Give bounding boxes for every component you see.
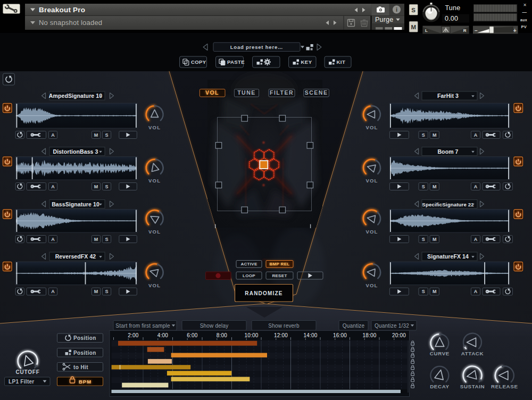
svg-text:18:00: 18:00 <box>362 332 376 338</box>
svg-text:VOL: VOL <box>148 178 161 184</box>
svg-text:RELEASE: RELEASE <box>491 384 518 389</box>
svg-text:VOL: VOL <box>148 282 161 288</box>
svg-text:Boom 7: Boom 7 <box>437 148 458 155</box>
svg-text:S: S <box>422 289 425 294</box>
svg-text:KEY: KEY <box>301 59 312 65</box>
svg-text:CUTOFF: CUTOFF <box>15 369 39 375</box>
svg-text:S: S <box>105 132 108 138</box>
svg-text:BassSignature 10: BassSignature 10 <box>52 201 99 207</box>
svg-text:No snapshot loaded: No snapshot loaded <box>39 19 102 27</box>
svg-text:A: A <box>474 132 478 138</box>
svg-text:ReversedFX 42: ReversedFX 42 <box>55 253 96 260</box>
svg-text:BMP REL: BMP REL <box>270 262 290 266</box>
svg-text:VOL: VOL <box>205 89 219 96</box>
svg-text:ACTIVE: ACTIVE <box>240 262 257 266</box>
svg-text:Show reverb: Show reverb <box>268 323 300 329</box>
svg-text:to Hit: to Hit <box>73 364 88 370</box>
svg-text:M: M <box>94 132 98 138</box>
svg-text:2:00: 2:00 <box>128 332 139 338</box>
svg-text:A: A <box>474 237 478 242</box>
svg-text:10:00: 10:00 <box>244 332 258 338</box>
svg-text:VOL: VOL <box>365 282 378 288</box>
svg-text:VOL: VOL <box>365 178 378 184</box>
svg-text:SCENE: SCENE <box>305 89 328 96</box>
svg-text:TUNE: TUNE <box>237 89 256 96</box>
svg-text:LP1 Filter: LP1 Filter <box>9 379 35 385</box>
svg-text:VOL: VOL <box>365 229 378 235</box>
svg-text:CURVE: CURVE <box>430 351 450 356</box>
svg-text:AmpedSignature 10: AmpedSignature 10 <box>49 93 102 99</box>
svg-text:Tune: Tune <box>445 4 461 12</box>
svg-text:20:00: 20:00 <box>392 332 406 338</box>
svg-text:A: A <box>51 184 55 189</box>
svg-text:M: M <box>433 289 437 294</box>
svg-text:DECAY: DECAY <box>430 384 449 389</box>
svg-text:KIT: KIT <box>337 59 346 65</box>
svg-text:M: M <box>433 184 437 189</box>
svg-text:A: A <box>51 289 55 294</box>
svg-text:M: M <box>94 237 98 242</box>
svg-text:4:00: 4:00 <box>157 332 169 338</box>
svg-text:R: R <box>463 28 467 33</box>
svg-text:M: M <box>433 132 437 138</box>
svg-text:Start from first sample: Start from first sample <box>115 323 170 329</box>
svg-text:LOOP: LOOP <box>243 273 255 278</box>
svg-text:COPY: COPY <box>191 59 206 65</box>
svg-text:Position: Position <box>73 335 96 341</box>
svg-text:Quantize 1/32: Quantize 1/32 <box>375 323 409 329</box>
svg-text:M: M <box>411 24 416 30</box>
svg-text:Purge: Purge <box>375 16 393 23</box>
svg-text:Breakout Pro: Breakout Pro <box>39 6 85 14</box>
svg-text:—: — <box>522 10 527 15</box>
svg-text:FarHit 3: FarHit 3 <box>437 93 459 99</box>
svg-text:12:00: 12:00 <box>274 332 288 338</box>
svg-text:S: S <box>105 184 108 189</box>
svg-text:VOL: VOL <box>148 124 161 130</box>
svg-text:aux: aux <box>520 18 527 22</box>
svg-text:DistortionBass 3: DistortionBass 3 <box>53 148 98 155</box>
svg-text:Quantize: Quantize <box>343 323 365 329</box>
svg-text:RESET: RESET <box>272 273 287 278</box>
svg-text:FILTER: FILTER <box>270 89 294 96</box>
svg-text:14:00: 14:00 <box>303 332 317 338</box>
svg-text:S: S <box>105 289 108 294</box>
svg-text:✕: ✕ <box>523 3 527 7</box>
svg-text:+: + <box>513 28 517 34</box>
svg-text:S: S <box>422 184 425 189</box>
svg-text:Load preset here…: Load preset here… <box>230 44 284 50</box>
svg-text:S: S <box>411 7 415 13</box>
svg-text:VOL: VOL <box>148 229 161 235</box>
svg-text:A: A <box>474 184 478 189</box>
svg-text:8:00: 8:00 <box>217 332 228 338</box>
svg-text:S: S <box>422 237 425 242</box>
svg-text:SUSTAIN: SUSTAIN <box>460 384 485 389</box>
svg-text:0.00: 0.00 <box>445 15 458 22</box>
svg-text:ATTACK: ATTACK <box>461 351 484 356</box>
svg-text:A: A <box>474 289 478 294</box>
svg-text:S: S <box>105 237 108 242</box>
svg-text:S: S <box>422 132 425 138</box>
svg-text:6:00: 6:00 <box>187 332 198 338</box>
svg-text:16:00: 16:00 <box>333 332 347 338</box>
svg-text:SignatureFX 14: SignatureFX 14 <box>427 253 469 260</box>
svg-text:RANDOMIZE: RANDOMIZE <box>245 290 282 296</box>
svg-text:SpecificSignature 22: SpecificSignature 22 <box>422 202 473 207</box>
svg-text:A: A <box>51 132 55 138</box>
svg-text:Show delay: Show delay <box>200 323 229 329</box>
svg-text:VOL: VOL <box>365 124 378 130</box>
svg-text:A: A <box>51 237 55 242</box>
svg-text:–: – <box>475 28 478 34</box>
svg-text:PASTE: PASTE <box>227 59 245 65</box>
svg-text:L: L <box>425 28 428 33</box>
svg-text:M: M <box>433 237 437 242</box>
svg-text:PV: PV <box>521 24 527 29</box>
svg-text:M: M <box>94 289 98 294</box>
svg-text:i: i <box>396 6 397 13</box>
svg-text:Position: Position <box>73 350 96 356</box>
svg-text:BPM: BPM <box>79 379 92 385</box>
svg-text:M: M <box>94 184 98 189</box>
